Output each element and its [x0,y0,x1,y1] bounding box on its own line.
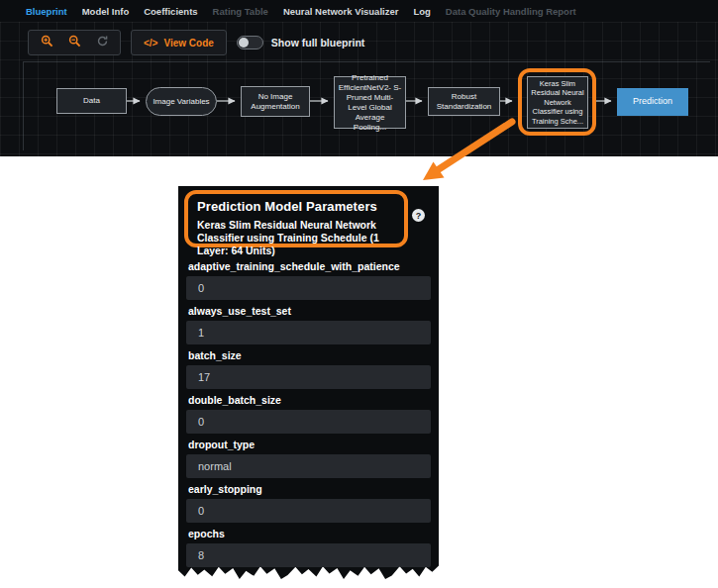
param-name: dropout_type [188,439,429,450]
tab-data-quality-handling-report: Data Quality Handling Report [446,6,576,17]
blueprint-canvas[interactable]: </> View Code Show full blueprint [0,22,718,156]
param-row: early_stopping 0 [186,483,431,523]
tab-model-info[interactable]: Model Info [82,6,130,17]
model-tab-bar: Blueprint Model Info Coefficients Rating… [0,0,718,22]
parameters-list: adaptive_training_schedule_with_patience… [186,255,431,567]
param-row: double_batch_size 0 [186,394,431,434]
param-value-field[interactable]: 0 [186,499,431,523]
param-name: epochs [188,528,429,539]
tab-blueprint[interactable]: Blueprint [26,6,67,17]
zoom-button-group [28,30,121,55]
panel-header-highlight-ring: Prediction Model Parameters Keras Slim R… [184,190,408,247]
tab-coefficients[interactable]: Coefficients [144,6,197,17]
param-name: double_batch_size [188,394,429,406]
param-name: early_stopping [188,483,429,495]
zoom-in-icon [41,34,53,51]
param-value-field[interactable]: 8 [186,543,431,567]
node-robust-standardization[interactable]: Robust Standardization [428,87,500,116]
zoom-out-icon [68,34,81,51]
param-name: always_use_test_set [188,305,429,317]
reset-zoom-button[interactable] [90,32,114,53]
blueprint-toolbar: </> View Code Show full blueprint [28,30,364,55]
param-name: batch_size [188,349,429,361]
code-icon: </> [144,38,157,49]
tab-log[interactable]: Log [413,6,430,17]
param-value-field[interactable]: 17 [186,365,431,389]
param-row: adaptive_training_schedule_with_patience… [186,260,431,300]
param-value-field[interactable]: 0 [186,276,431,300]
toggle-knob [239,38,249,48]
panel-title: Prediction Model Parameters [197,199,395,214]
node-prediction[interactable]: Prediction [617,88,688,116]
prediction-model-parameters-panel: Prediction Model Parameters Keras Slim R… [178,186,439,579]
node-data[interactable]: Data [56,88,127,114]
param-row: always_use_test_set 1 [186,305,431,344]
param-value-field[interactable]: 0 [186,410,431,434]
info-icon[interactable]: ? [412,209,425,222]
tab-neural-network-visualizer[interactable]: Neural Network Visualizer [283,6,399,17]
tab-rating-table: Rating Table [213,6,268,17]
refresh-icon [96,34,109,51]
view-code-label: View Code [163,38,213,49]
param-value-field[interactable]: normal [186,454,431,478]
zoom-in-button[interactable] [35,32,58,53]
show-full-blueprint-control: Show full blueprint [237,36,365,49]
param-row: epochs 8 [186,528,431,567]
node-pretrained-efficientnet[interactable]: Pretrained EfficientNetV2- S-Pruned Mult… [334,76,406,129]
param-name: adaptive_training_schedule_with_patience [188,260,429,272]
node-no-image-augmentation[interactable]: No Image Augmentation [241,86,310,117]
panel-subtitle: Keras Slim Residual Neural Network Class… [197,219,395,257]
show-full-blueprint-label: Show full blueprint [271,37,365,49]
param-row: batch_size 17 [186,349,431,389]
view-code-button[interactable]: </> View Code [131,30,227,55]
show-full-blueprint-toggle[interactable] [237,36,263,49]
node-image-variables[interactable]: Image Variables [146,87,217,116]
zoom-out-button[interactable] [62,32,86,53]
node-keras-slim-residual[interactable]: Keras Slim Residual Neural Network Class… [527,76,588,129]
page: Blueprint Model Info Coefficients Rating… [0,0,718,588]
param-row: dropout_type normal [186,439,431,478]
param-value-field[interactable]: 1 [186,321,431,344]
